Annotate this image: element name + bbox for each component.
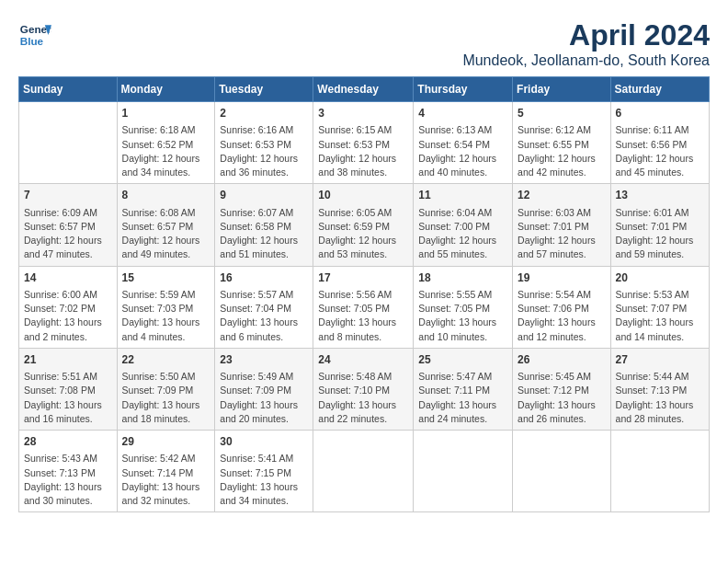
header-cell-monday: Monday <box>117 77 215 102</box>
header-cell-friday: Friday <box>513 77 611 102</box>
day-info: Sunrise: 5:55 AM Sunset: 7:05 PM Dayligh… <box>418 288 507 344</box>
day-info: Sunrise: 5:54 AM Sunset: 7:06 PM Dayligh… <box>518 288 606 344</box>
header-cell-tuesday: Tuesday <box>215 77 313 102</box>
calendar-week-row: 21Sunrise: 5:51 AM Sunset: 7:08 PM Dayli… <box>19 348 710 430</box>
day-info: Sunrise: 6:12 AM Sunset: 6:55 PM Dayligh… <box>518 123 606 179</box>
calendar-cell: 8Sunrise: 6:08 AM Sunset: 6:57 PM Daylig… <box>117 184 215 266</box>
calendar-cell: 10Sunrise: 6:05 AM Sunset: 6:59 PM Dayli… <box>313 184 414 266</box>
calendar-cell: 19Sunrise: 5:54 AM Sunset: 7:06 PM Dayli… <box>513 266 611 348</box>
calendar-week-row: 1Sunrise: 6:18 AM Sunset: 6:52 PM Daylig… <box>19 102 710 184</box>
calendar-cell: 3Sunrise: 6:15 AM Sunset: 6:53 PM Daylig… <box>313 102 414 184</box>
day-info: Sunrise: 5:45 AM Sunset: 7:12 PM Dayligh… <box>518 370 606 426</box>
calendar-cell: 7Sunrise: 6:09 AM Sunset: 6:57 PM Daylig… <box>19 184 118 266</box>
day-number: 12 <box>518 188 606 203</box>
day-number: 2 <box>220 106 308 121</box>
day-number: 27 <box>616 352 704 368</box>
day-info: Sunrise: 6:01 AM Sunset: 7:01 PM Dayligh… <box>616 206 704 262</box>
day-info: Sunrise: 6:03 AM Sunset: 7:01 PM Dayligh… <box>518 206 606 262</box>
calendar-cell: 15Sunrise: 5:59 AM Sunset: 7:03 PM Dayli… <box>117 266 215 348</box>
calendar-cell: 14Sunrise: 6:00 AM Sunset: 7:02 PM Dayli… <box>19 266 118 348</box>
calendar-table: SundayMondayTuesdayWednesdayThursdayFrid… <box>18 76 710 512</box>
day-number: 22 <box>122 352 210 368</box>
calendar-cell: 22Sunrise: 5:50 AM Sunset: 7:09 PM Dayli… <box>117 348 215 430</box>
day-number: 3 <box>318 106 408 121</box>
day-info: Sunrise: 5:53 AM Sunset: 7:07 PM Dayligh… <box>616 288 704 344</box>
day-info: Sunrise: 6:00 AM Sunset: 7:02 PM Dayligh… <box>24 288 112 344</box>
day-info: Sunrise: 6:09 AM Sunset: 6:57 PM Dayligh… <box>24 206 112 262</box>
calendar-cell <box>610 431 709 512</box>
header: General Blue April 2024 Mundeok, Jeollan… <box>18 18 710 69</box>
calendar-cell: 18Sunrise: 5:55 AM Sunset: 7:05 PM Dayli… <box>414 266 513 348</box>
day-info: Sunrise: 6:18 AM Sunset: 6:52 PM Dayligh… <box>122 123 210 179</box>
day-info: Sunrise: 6:08 AM Sunset: 6:57 PM Dayligh… <box>122 206 210 262</box>
day-number: 15 <box>122 270 210 286</box>
calendar-cell: 23Sunrise: 5:49 AM Sunset: 7:09 PM Dayli… <box>215 348 313 430</box>
day-info: Sunrise: 6:16 AM Sunset: 6:53 PM Dayligh… <box>220 123 308 179</box>
day-info: Sunrise: 5:51 AM Sunset: 7:08 PM Dayligh… <box>24 370 112 426</box>
day-number: 30 <box>220 434 308 450</box>
logo-icon: General Blue <box>18 18 51 52</box>
calendar-cell: 9Sunrise: 6:07 AM Sunset: 6:58 PM Daylig… <box>215 184 313 266</box>
day-number: 11 <box>418 188 507 203</box>
day-number: 17 <box>318 270 408 286</box>
day-info: Sunrise: 5:48 AM Sunset: 7:10 PM Dayligh… <box>318 370 408 426</box>
day-info: Sunrise: 6:11 AM Sunset: 6:56 PM Dayligh… <box>616 123 704 179</box>
calendar-week-row: 14Sunrise: 6:00 AM Sunset: 7:02 PM Dayli… <box>19 266 710 348</box>
day-info: Sunrise: 5:47 AM Sunset: 7:11 PM Dayligh… <box>418 370 507 426</box>
calendar-cell: 11Sunrise: 6:04 AM Sunset: 7:00 PM Dayli… <box>414 184 513 266</box>
day-number: 25 <box>418 352 507 368</box>
day-info: Sunrise: 5:43 AM Sunset: 7:13 PM Dayligh… <box>24 452 112 508</box>
calendar-cell: 13Sunrise: 6:01 AM Sunset: 7:01 PM Dayli… <box>610 184 709 266</box>
day-number: 16 <box>220 270 308 286</box>
day-info: Sunrise: 5:44 AM Sunset: 7:13 PM Dayligh… <box>616 370 704 426</box>
calendar-cell <box>414 431 513 512</box>
day-info: Sunrise: 6:07 AM Sunset: 6:58 PM Dayligh… <box>220 206 308 262</box>
title-area: April 2024 Mundeok, Jeollanam-do, South … <box>462 18 710 69</box>
calendar-cell: 29Sunrise: 5:42 AM Sunset: 7:14 PM Dayli… <box>117 431 215 512</box>
day-number: 4 <box>418 106 507 121</box>
day-number: 7 <box>24 188 112 203</box>
header-cell-wednesday: Wednesday <box>313 77 414 102</box>
calendar-cell: 24Sunrise: 5:48 AM Sunset: 7:10 PM Dayli… <box>313 348 414 430</box>
calendar-cell: 26Sunrise: 5:45 AM Sunset: 7:12 PM Dayli… <box>513 348 611 430</box>
calendar-cell: 28Sunrise: 5:43 AM Sunset: 7:13 PM Dayli… <box>19 431 118 512</box>
logo: General Blue <box>18 18 51 52</box>
main-title: April 2024 <box>462 18 710 52</box>
day-number: 21 <box>24 352 112 368</box>
calendar-cell: 17Sunrise: 5:56 AM Sunset: 7:05 PM Dayli… <box>313 266 414 348</box>
header-cell-thursday: Thursday <box>414 77 513 102</box>
header-cell-sunday: Sunday <box>19 77 118 102</box>
day-number: 8 <box>122 188 210 203</box>
calendar-cell: 4Sunrise: 6:13 AM Sunset: 6:54 PM Daylig… <box>414 102 513 184</box>
day-number: 14 <box>24 270 112 286</box>
calendar-cell: 6Sunrise: 6:11 AM Sunset: 6:56 PM Daylig… <box>610 102 709 184</box>
svg-text:Blue: Blue <box>20 35 44 47</box>
day-info: Sunrise: 5:56 AM Sunset: 7:05 PM Dayligh… <box>318 288 408 344</box>
day-number: 26 <box>518 352 606 368</box>
calendar-cell: 30Sunrise: 5:41 AM Sunset: 7:15 PM Dayli… <box>215 431 313 512</box>
day-number: 10 <box>318 188 408 203</box>
calendar-cell <box>19 102 118 184</box>
day-number: 9 <box>220 188 308 203</box>
subtitle: Mundeok, Jeollanam-do, South Korea <box>462 52 710 69</box>
calendar-cell <box>313 431 414 512</box>
day-info: Sunrise: 5:41 AM Sunset: 7:15 PM Dayligh… <box>220 452 308 508</box>
day-number: 5 <box>518 106 606 121</box>
day-info: Sunrise: 5:49 AM Sunset: 7:09 PM Dayligh… <box>220 370 308 426</box>
calendar-cell: 1Sunrise: 6:18 AM Sunset: 6:52 PM Daylig… <box>117 102 215 184</box>
day-info: Sunrise: 6:04 AM Sunset: 7:00 PM Dayligh… <box>418 206 507 262</box>
calendar-cell <box>513 431 611 512</box>
day-info: Sunrise: 5:50 AM Sunset: 7:09 PM Dayligh… <box>122 370 210 426</box>
day-number: 19 <box>518 270 606 286</box>
day-number: 23 <box>220 352 308 368</box>
header-cell-saturday: Saturday <box>610 77 709 102</box>
day-number: 1 <box>122 106 210 121</box>
calendar-header-row: SundayMondayTuesdayWednesdayThursdayFrid… <box>19 77 710 102</box>
day-number: 28 <box>24 434 112 450</box>
calendar-cell: 5Sunrise: 6:12 AM Sunset: 6:55 PM Daylig… <box>513 102 611 184</box>
day-info: Sunrise: 6:15 AM Sunset: 6:53 PM Dayligh… <box>318 123 408 179</box>
day-number: 29 <box>122 434 210 450</box>
calendar-cell: 16Sunrise: 5:57 AM Sunset: 7:04 PM Dayli… <box>215 266 313 348</box>
calendar-cell: 21Sunrise: 5:51 AM Sunset: 7:08 PM Dayli… <box>19 348 118 430</box>
day-info: Sunrise: 6:13 AM Sunset: 6:54 PM Dayligh… <box>418 123 507 179</box>
